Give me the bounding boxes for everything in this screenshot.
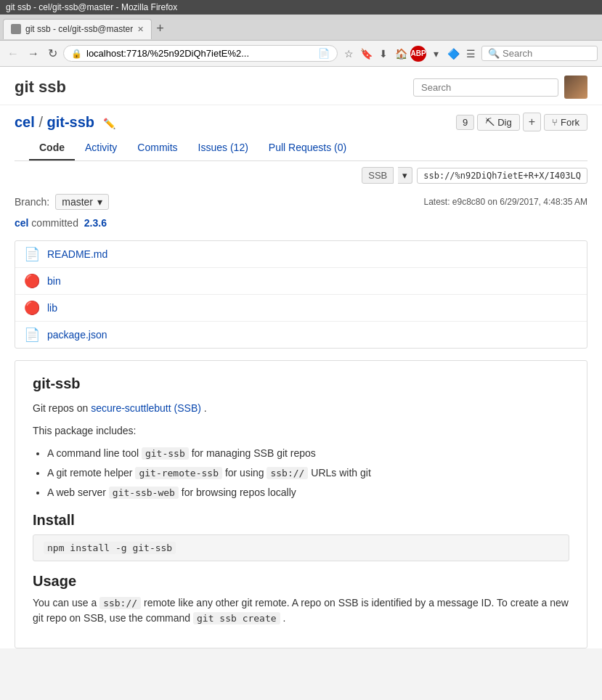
file-item-readme[interactable]: 📄 README.md	[15, 241, 587, 268]
extension-icon[interactable]: 🔷	[445, 46, 461, 62]
home-icon[interactable]: 🏠	[393, 46, 409, 62]
file-list: 📄 README.md 🔴 bin 🔴 lib 📄 p	[15, 240, 587, 349]
branch-label: Branch:	[15, 196, 49, 208]
file-link-bin[interactable]: bin	[47, 275, 61, 287]
file-name-readme: README.md	[47, 248, 107, 260]
ssb-link[interactable]: secure-scuttlebutt (SSB)	[91, 402, 201, 414]
new-tab-button[interactable]: +	[152, 21, 168, 36]
code-git-ssb: git-ssb	[142, 447, 189, 460]
tab-close-button[interactable]: ✕	[137, 25, 144, 34]
file-name-lib: lib	[47, 302, 57, 314]
code-git-ssb-create: git ssb create	[193, 612, 280, 624]
branch-select[interactable]: master ▾	[55, 194, 109, 210]
file-link-readme[interactable]: README.md	[47, 248, 107, 260]
code-git-remote-ssb: git-remote-ssb	[135, 467, 222, 479]
lock-icon: 🔒	[71, 49, 82, 59]
usage-title: Usage	[33, 573, 569, 590]
readme-intro-end: .	[204, 402, 207, 414]
latest-info: Latest: e9c8c80 on 6/29/2017, 4:48:35 AM	[423, 197, 587, 207]
file-item-bin[interactable]: 🔴 bin	[15, 268, 587, 295]
code-ssb-remote: ssb://	[99, 597, 141, 609]
address-bar[interactable]: 🔒 📄	[63, 45, 338, 62]
file-name-package: package.json	[47, 329, 107, 341]
fork-label: Fork	[561, 117, 579, 128]
usage-paragraph: You can use a ssb:// remote like any oth…	[33, 595, 569, 626]
file-item-lib[interactable]: 🔴 lib	[15, 295, 587, 322]
dig-icon: ⛏	[485, 117, 495, 128]
tab-issues[interactable]: Issues (12)	[188, 136, 259, 160]
search-icon: 🔍	[488, 48, 500, 59]
app-header: git ssb	[0, 67, 602, 105]
install-code-block: npm install -g git-ssb	[33, 534, 569, 561]
menu-icon[interactable]: ☰	[463, 46, 479, 62]
tab-favicon	[11, 24, 21, 34]
back-button[interactable]: ←	[4, 46, 22, 62]
install-code: npm install -g git-ssb	[44, 542, 176, 554]
code-git-ssb-web: git-ssb-web	[109, 487, 179, 499]
readme-title: git-ssb	[33, 375, 569, 392]
dig-count: 9	[456, 115, 474, 130]
browser-tabbar: git ssb - cel/git-ssb@master ✕ +	[0, 15, 602, 41]
page-wrapper: git ssb cel / git-ssb ✏️ 9	[0, 67, 602, 660]
tab-activity[interactable]: Activity	[75, 136, 127, 160]
bookmark-icon[interactable]: 🔖	[358, 46, 374, 62]
forward-button[interactable]: →	[25, 46, 42, 62]
reload-button[interactable]: ↻	[45, 45, 60, 62]
reader-icon[interactable]: 📄	[318, 48, 330, 59]
header-right	[413, 76, 587, 99]
fork-icon: ⑂	[552, 117, 558, 128]
fork-button[interactable]: ⑂ Fork	[544, 114, 587, 131]
latest-text: Latest: e9c8c80 on 6/29/2017, 4:48:35 AM	[423, 197, 587, 207]
avatar[interactable]	[564, 76, 587, 99]
repo-path: cel / git-ssb ✏️	[15, 114, 115, 131]
commit-row: cel committed 2.3.6	[0, 214, 602, 235]
dig-button[interactable]: ⛏ Dig	[477, 114, 520, 131]
commit-author-link[interactable]: cel	[15, 217, 28, 229]
branch-value: master	[62, 196, 93, 208]
bookmark-star-icon[interactable]: ☆	[341, 46, 357, 62]
readme-intro-text: Git repos on	[33, 402, 88, 414]
branch-row: Branch: master ▾ Latest: e9c8c80 on 6/29…	[0, 190, 602, 214]
readme-list-item-1: A command line tool git-ssb for managing…	[47, 446, 569, 461]
tab-code[interactable]: Code	[29, 136, 75, 160]
readme-list: A command line tool git-ssb for managing…	[47, 446, 569, 500]
repo-owner-link[interactable]: cel	[15, 114, 35, 130]
file-item-package[interactable]: 📄 package.json	[15, 322, 587, 348]
browser-search-bar[interactable]: 🔍	[481, 46, 598, 61]
browser-titlebar: git ssb - cel/git-ssb@master - Mozilla F…	[0, 0, 602, 15]
usage-text-3: .	[282, 612, 285, 624]
repo-title-row: cel / git-ssb ✏️ 9 ⛏ Dig + ⑂ Fork	[15, 113, 587, 131]
repo-tabs: Code Activity Commits Issues (12) Pull R…	[15, 136, 587, 161]
avatar-image	[564, 76, 587, 99]
ssb-label: SSB	[362, 167, 394, 184]
chevron-down-icon[interactable]: ▾	[428, 46, 444, 62]
repo-actions: 9 ⛏ Dig + ⑂ Fork	[456, 113, 587, 131]
tab-label: git ssb - cel/git-ssb@master	[25, 24, 133, 34]
file-name-bin: bin	[47, 275, 61, 287]
file-link-package[interactable]: package.json	[47, 329, 107, 341]
repo-header: cel / git-ssb ✏️ 9 ⛏ Dig + ⑂ Fork	[0, 105, 602, 161]
commit-version-link[interactable]: 2.3.6	[84, 217, 107, 229]
browser-tab[interactable]: git ssb - cel/git-ssb@master ✕	[3, 19, 152, 39]
readme-list-item-2: A git remote helper git-remote-ssb for u…	[47, 465, 569, 481]
address-input[interactable]	[86, 48, 314, 59]
tab-pull-requests[interactable]: Pull Requests (0)	[259, 136, 357, 160]
dig-label: Dig	[497, 117, 512, 128]
adblock-icon[interactable]: ABP	[410, 46, 426, 62]
app-title: git ssb	[15, 78, 66, 97]
header-search-input[interactable]	[413, 78, 558, 97]
file-icon-package: 📄	[24, 327, 40, 343]
browser-navbar: ← → ↻ 🔒 📄 ☆ 🔖 ⬇ 🏠 ABP ▾ 🔷 ☰ 🔍	[0, 41, 602, 67]
repo-name-link[interactable]: git-ssb	[47, 114, 95, 130]
readme-list-item-3: A web server git-ssb-web for browsing re…	[47, 485, 569, 500]
edit-icon[interactable]: ✏️	[103, 118, 115, 129]
tab-commits[interactable]: Commits	[127, 136, 187, 160]
file-link-lib[interactable]: lib	[47, 302, 57, 314]
readme-package-includes: This package includes:	[33, 423, 569, 439]
file-icon-lib: 🔴	[24, 300, 40, 316]
download-icon[interactable]: ⬇	[375, 46, 391, 62]
readme-intro: Git repos on secure-scuttlebutt (SSB) .	[33, 401, 569, 416]
ssb-dropdown[interactable]: ▾	[398, 167, 412, 184]
browser-search-input[interactable]	[503, 48, 591, 59]
plus-button[interactable]: +	[523, 113, 541, 131]
